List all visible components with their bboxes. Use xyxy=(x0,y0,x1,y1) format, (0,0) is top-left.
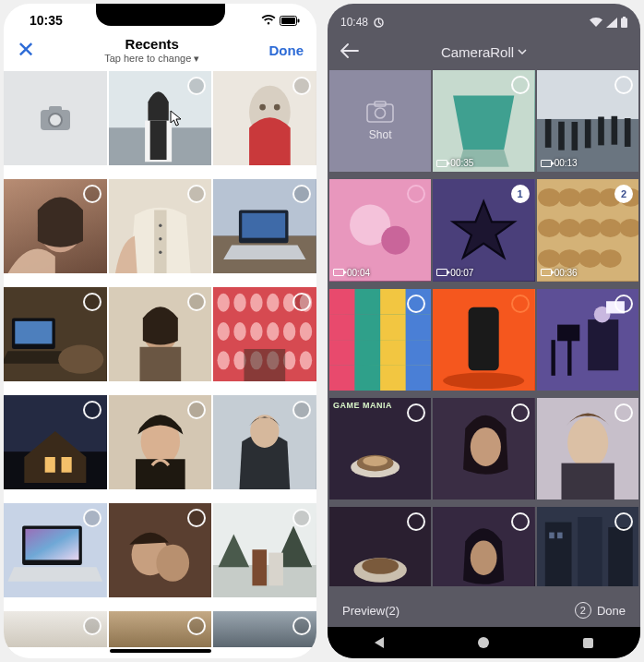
photo-cell[interactable] xyxy=(109,395,212,490)
selection-indicator[interactable] xyxy=(407,403,425,422)
photo-cell[interactable] xyxy=(109,179,212,274)
svg-rect-2 xyxy=(298,18,300,22)
media-cell[interactable]: 00:04 xyxy=(329,179,431,281)
svg-rect-129 xyxy=(406,365,432,391)
selection-indicator[interactable]: 1 xyxy=(511,185,530,203)
svg-point-43 xyxy=(234,322,246,341)
photo-cell[interactable] xyxy=(4,395,107,490)
photo-cell[interactable] xyxy=(109,611,212,647)
selection-indicator[interactable] xyxy=(83,401,101,419)
camera-icon xyxy=(366,101,394,123)
selection-indicator[interactable] xyxy=(187,293,206,311)
preview-button[interactable]: Preview(2) xyxy=(342,604,400,618)
selection-indicator[interactable] xyxy=(292,293,311,311)
photo-cell[interactable] xyxy=(109,503,212,598)
photo-cell[interactable] xyxy=(4,611,107,647)
selection-indicator[interactable] xyxy=(187,185,206,203)
selection-indicator[interactable] xyxy=(292,509,311,527)
photo-cell[interactable] xyxy=(4,503,107,598)
media-cell[interactable] xyxy=(433,507,534,586)
selection-indicator[interactable] xyxy=(407,295,425,313)
media-cell[interactable]: 100:07 xyxy=(433,179,534,281)
photo-cell[interactable] xyxy=(213,287,316,382)
media-cell[interactable] xyxy=(537,289,638,391)
media-cell[interactable] xyxy=(537,507,638,586)
camera-icon xyxy=(40,105,71,131)
svg-point-31 xyxy=(58,344,103,373)
back-button[interactable] xyxy=(340,42,359,63)
nav-back-icon[interactable] xyxy=(375,637,384,648)
media-cell[interactable] xyxy=(433,398,534,500)
selection-indicator[interactable] xyxy=(187,401,206,419)
selection-indicator[interactable] xyxy=(83,509,101,527)
nav-recents-icon[interactable] xyxy=(583,638,593,648)
media-cell[interactable]: GAME MANIA xyxy=(329,398,431,500)
photo-cell[interactable] xyxy=(213,179,316,274)
album-selector[interactable]: Recents Tap here to change ▾ xyxy=(104,37,199,64)
selection-indicator[interactable] xyxy=(292,401,311,419)
svg-rect-62 xyxy=(136,459,185,489)
selection-indicator[interactable] xyxy=(511,76,530,94)
svg-rect-131 xyxy=(469,307,499,369)
selection-indicator[interactable] xyxy=(83,185,101,203)
thumbnail-text: GAME MANIA xyxy=(333,401,392,410)
selection-indicator[interactable] xyxy=(292,77,311,95)
media-cell[interactable]: 200:36 xyxy=(537,179,638,281)
photo-cell[interactable] xyxy=(213,611,316,647)
selection-indicator[interactable] xyxy=(614,76,633,94)
selection-count-badge: 2 xyxy=(575,602,591,619)
selection-indicator[interactable] xyxy=(614,403,633,422)
done-label: Done xyxy=(597,604,626,618)
photo-cell[interactable] xyxy=(109,71,212,166)
selection-indicator[interactable] xyxy=(83,293,101,311)
svg-rect-138 xyxy=(567,340,571,376)
album-selector[interactable]: CameraRoll xyxy=(441,44,527,60)
done-button[interactable]: Done xyxy=(269,42,304,58)
nav-home-icon[interactable] xyxy=(478,637,489,648)
media-cell[interactable] xyxy=(433,289,534,391)
selection-indicator[interactable] xyxy=(187,509,206,527)
selection-indicator[interactable] xyxy=(292,185,311,203)
selection-indicator[interactable] xyxy=(511,403,530,422)
camera-cell[interactable]: Shot xyxy=(329,70,431,172)
media-cell[interactable] xyxy=(329,289,431,391)
selection-indicator[interactable] xyxy=(83,617,101,635)
camera-cell[interactable] xyxy=(4,71,107,166)
close-button[interactable]: ✕ xyxy=(17,37,35,63)
selection-indicator[interactable] xyxy=(187,77,206,95)
photo-cell[interactable] xyxy=(109,287,212,382)
svg-point-19 xyxy=(159,223,161,226)
photo-cell[interactable] xyxy=(213,503,316,598)
video-duration-badge: 00:04 xyxy=(333,268,370,278)
svg-rect-58 xyxy=(45,457,55,473)
svg-point-71 xyxy=(156,544,189,581)
selection-indicator[interactable] xyxy=(187,617,206,635)
selection-indicator[interactable] xyxy=(614,512,633,531)
photo-cell[interactable] xyxy=(4,287,107,382)
ios-picker-header: ✕ Recents Tap here to change ▾ Done xyxy=(4,33,316,71)
photo-cell[interactable] xyxy=(4,179,107,274)
svg-rect-54 xyxy=(244,349,286,382)
media-cell[interactable] xyxy=(537,398,638,500)
android-photo-grid[interactable]: Shot00:3500:1300:04100:07200:36GAME MANI… xyxy=(328,68,640,594)
selection-indicator[interactable] xyxy=(511,512,530,531)
android-picker-header: CameraRoll xyxy=(328,35,640,68)
selection-indicator[interactable] xyxy=(614,295,633,313)
ios-photo-grid[interactable] xyxy=(4,71,316,658)
video-duration-badge: 00:07 xyxy=(436,268,473,278)
done-button[interactable]: 2 Done xyxy=(575,602,626,619)
photo-cell[interactable] xyxy=(213,395,316,490)
video-icon xyxy=(541,160,552,167)
svg-rect-126 xyxy=(329,365,355,391)
media-cell[interactable]: 00:35 xyxy=(433,70,534,172)
svg-point-113 xyxy=(599,249,621,268)
svg-point-20 xyxy=(159,237,161,240)
selection-indicator[interactable] xyxy=(511,295,530,313)
home-indicator[interactable] xyxy=(110,649,211,653)
svg-point-42 xyxy=(218,322,230,341)
media-cell[interactable]: 00:13 xyxy=(537,70,638,172)
media-cell[interactable] xyxy=(329,507,431,586)
photo-cell[interactable] xyxy=(213,71,316,166)
selection-indicator[interactable] xyxy=(292,617,311,635)
video-icon xyxy=(541,269,552,276)
